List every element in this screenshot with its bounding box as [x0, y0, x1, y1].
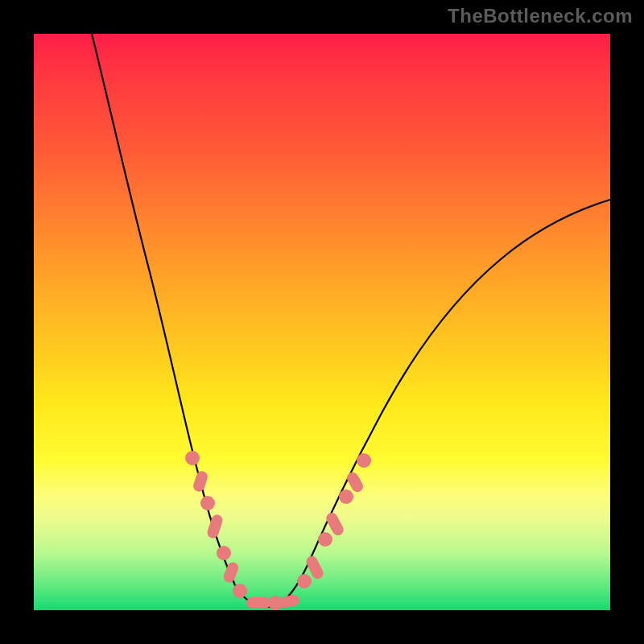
chart-frame: TheBottleneck.com: [0, 0, 644, 644]
marker-pill: [206, 514, 225, 540]
marker-dot: [233, 584, 247, 598]
marker-pill: [222, 560, 241, 584]
marker-dot: [339, 489, 353, 504]
marker-dot: [357, 453, 371, 468]
marker-pill: [246, 597, 270, 609]
marker-pill: [192, 469, 208, 493]
marker-dot: [318, 532, 332, 547]
marker-pill: [278, 593, 300, 609]
chart-svg: [34, 34, 610, 610]
marker-dot: [297, 574, 312, 588]
marker-group: [185, 451, 371, 610]
marker-dot: [217, 546, 231, 560]
watermark-text: TheBottleneck.com: [448, 5, 633, 27]
marker-dot: [185, 451, 200, 465]
marker-dot: [200, 496, 215, 510]
plot-area: [34, 34, 610, 610]
bottleneck-curve: [92, 34, 610, 607]
